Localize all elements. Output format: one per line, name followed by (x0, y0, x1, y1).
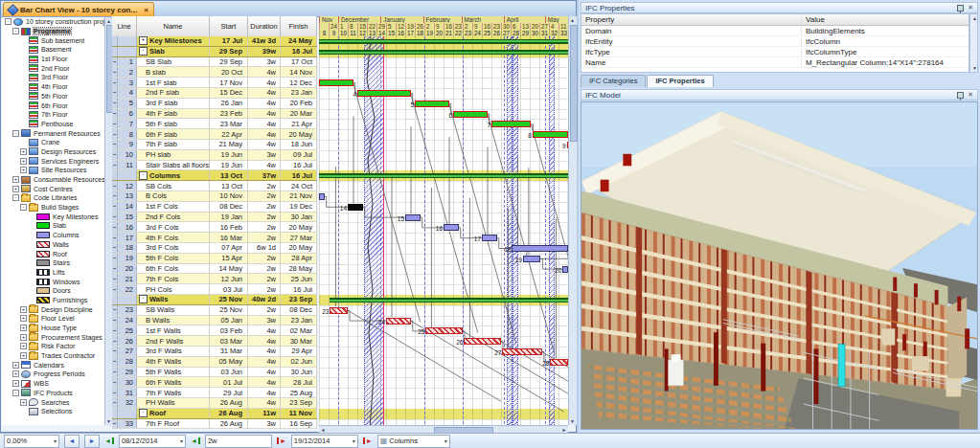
tree-item-basement[interactable]: Basement (2, 45, 104, 55)
tree-item-10-storey-construction-project[interactable]: -10 storey construction project (2, 17, 104, 27)
table-row[interactable]: 273rd F Walls31 Mar4w29 Apr (112, 347, 317, 357)
expand-icon[interactable]: + (20, 334, 27, 341)
tree-item-risk-factor[interactable]: +Risk Factor (2, 342, 104, 351)
table-row[interactable]: 97th F slab21 May4w18 Jun (112, 140, 317, 150)
expand-icon[interactable]: + (20, 352, 27, 359)
table-row[interactable]: 163rd F Cols16 Feb2w20 May (112, 222, 317, 233)
collapse-icon[interactable]: - (139, 171, 148, 180)
task-bar[interactable]: 16 (444, 224, 459, 231)
end-date-combo[interactable]: 19/12/2014▾ (291, 435, 358, 448)
ifc-model-3d-view[interactable] (581, 102, 977, 429)
task-bar[interactable]: 27 (502, 348, 541, 355)
tree-item-searches[interactable]: +Searches (2, 397, 104, 407)
tree-item-7th-floor[interactable]: 7th Floor (2, 110, 104, 120)
tree-item-furnishings[interactable]: Furnishings (2, 296, 104, 305)
tree-item-consumable-resources[interactable]: +Consumable Resources (2, 175, 104, 185)
expand-icon[interactable]: + (139, 36, 148, 45)
table-row[interactable]: 152nd F Cols19 Jan2w30 Jan (112, 213, 317, 223)
tree-item-slab[interactable]: Slab (2, 221, 104, 231)
column-header-finish[interactable]: Finish (281, 16, 317, 36)
tree-item-wbs[interactable]: +WBS (2, 379, 104, 389)
table-row[interactable]: 53rd F slab26 Jan4w20 Feb (112, 99, 317, 109)
collapse-icon[interactable]: - (139, 409, 148, 417)
collapse-icon[interactable]: - (12, 130, 19, 137)
task-bar[interactable]: 28 (550, 359, 568, 366)
scroll-up-icon[interactable]: ▲ (970, 14, 979, 22)
table-row[interactable]: 64th F slab23 Feb4w20 Mar (112, 109, 317, 120)
close-tab-icon[interactable]: × (144, 6, 148, 14)
tree-item-3rd-floor[interactable]: 3rd Floor (2, 73, 104, 82)
table-row[interactable]: 141st F Cols08 Dec2w19 Dec (112, 202, 317, 213)
task-bar[interactable]: 18 (512, 245, 568, 252)
column-header-name[interactable]: Name (137, 16, 210, 36)
close-panel-icon[interactable]: ✕ (968, 91, 973, 99)
table-row[interactable]: 32PH Walls26 Aug4w23 Sep (112, 398, 317, 409)
task-bar[interactable]: 26 (464, 338, 501, 345)
table-row[interactable]: 217th F Cols12 Jun2w25 Jun (112, 274, 317, 284)
jump-to-start-icon[interactable]: ◄ (104, 437, 114, 444)
tree-item-5th-floor[interactable]: 5th Floor (2, 92, 104, 101)
task-bar[interactable]: 4 (357, 90, 411, 97)
table-row[interactable]: 251st F Walls03 Feb4w02 Mar (112, 325, 317, 336)
scroll-up-icon[interactable]: ▲ (105, 17, 112, 25)
expand-icon[interactable]: + (20, 167, 27, 173)
task-bar[interactable] (319, 79, 353, 86)
table-row[interactable]: 10PH slab19 Jun3w09 Jul (112, 150, 317, 161)
tab-ifc-categories[interactable]: IFC Categories (581, 75, 646, 87)
collapse-icon[interactable]: - (20, 204, 27, 211)
tree-item-crane[interactable]: Crane (2, 138, 104, 147)
expand-icon[interactable]: + (12, 362, 19, 369)
jump-to-start-icon[interactable]: ◄ (191, 437, 200, 444)
tree-item-lifts[interactable]: Lifts (2, 268, 104, 278)
duration-field[interactable]: 2w (205, 435, 272, 448)
table-row[interactable]: 12SB Cols13 Oct2w24 Oct (112, 181, 317, 191)
table-row[interactable]: 295th F Walls03 Jun4w30 Jun (112, 368, 317, 378)
value-column-header[interactable]: Value (802, 14, 829, 25)
table-row[interactable]: 206th F Cols14 May2w28 May (112, 264, 317, 275)
expand-icon[interactable]: + (12, 380, 19, 387)
table-row[interactable]: 24B Walls05 Jan3w23 Jan (112, 316, 317, 326)
next-button[interactable]: ► (84, 435, 100, 448)
expand-icon[interactable]: + (12, 176, 19, 183)
column-header-line[interactable]: Line (112, 16, 137, 36)
tree-item-procurement-stages[interactable]: +Procurement Stages (2, 332, 104, 342)
collapse-icon[interactable]: - (12, 194, 19, 201)
task-bar[interactable]: 8 (533, 131, 568, 138)
progress-percent-combo[interactable]: 0.00%▾ (4, 435, 59, 448)
jump-to-end-icon[interactable]: ► (277, 437, 286, 444)
table-row[interactable]: 42nd F slab15 Dec4w23 Jan (112, 88, 317, 99)
property-row[interactable]: DomainBuildingElements (581, 26, 969, 36)
expand-icon[interactable]: + (20, 399, 27, 406)
tree-item-walls[interactable]: Walls (2, 240, 104, 250)
task-bar[interactable]: 17 (482, 235, 497, 241)
section-row[interactable]: -Walls25 Nov40w 2d23 Sep (112, 295, 317, 305)
close-panel-icon[interactable]: ✕ (968, 4, 973, 11)
tree-item-doors[interactable]: Doors (2, 286, 104, 296)
tree-item-4th-floor[interactable]: 4th Floor (2, 82, 104, 92)
tab-ifc-properties[interactable]: IFC Properties (647, 75, 713, 87)
task-bar[interactable]: 23 (330, 307, 348, 314)
properties-scrollbar[interactable]: ▲ ▼ (969, 13, 978, 73)
tree-item-1st-floor[interactable]: 1st Floor (2, 55, 104, 64)
tree-item-selections[interactable]: Selections (2, 407, 104, 416)
pin-icon[interactable] (957, 5, 964, 11)
collapse-icon[interactable]: - (12, 28, 19, 34)
task-bar[interactable] (319, 193, 325, 200)
tree-item-cost-centres[interactable]: +Cost Centres (2, 184, 104, 193)
scroll-down-icon[interactable]: ▼ (970, 64, 979, 72)
tree-item-permanent-resources[interactable]: -Permanent Resources (2, 128, 104, 138)
tree-item-stairs[interactable]: Stairs (2, 258, 104, 268)
collapse-icon[interactable]: - (12, 390, 19, 396)
gantt-vertical-scrollbar[interactable]: ▲ ▼ (568, 16, 577, 425)
property-row[interactable]: IfcTypeIfcColumnType (581, 47, 969, 57)
tree-item-columns[interactable]: Columns (2, 231, 104, 240)
ifc-model-viewport[interactable] (581, 101, 978, 430)
property-column-header[interactable]: Property (581, 14, 802, 25)
collapse-icon[interactable]: - (139, 295, 148, 303)
task-bar[interactable]: 6 (453, 111, 488, 118)
tree-item-calendars[interactable]: +Calendars (2, 360, 104, 370)
tree-item-services-engineers[interactable]: +Services Engineers (2, 156, 104, 166)
table-row[interactable]: 337th F Roof26 Aug3w16 Sep (112, 419, 317, 429)
expand-icon[interactable]: + (20, 306, 27, 313)
table-row[interactable]: 13B Cols10 Nov2w21 Nov (112, 191, 317, 202)
